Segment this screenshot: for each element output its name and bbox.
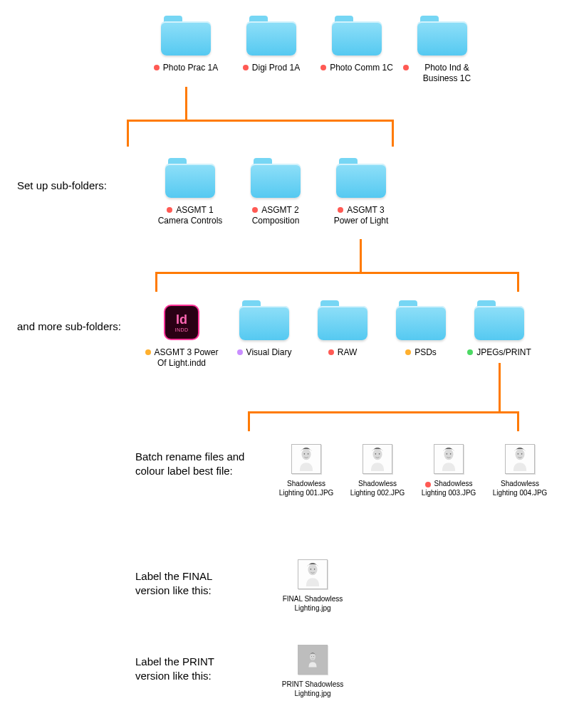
- folder-icon: [239, 299, 289, 340]
- folder-label: Digi Prod 1A: [252, 63, 300, 73]
- folder-asgmt-1[interactable]: ASGMT 1 Camera Controls: [151, 157, 229, 226]
- file-label-line2: Lighting 001.JPG: [274, 489, 338, 498]
- folder-digi-prod-1a[interactable]: Digi Prod 1A: [232, 14, 311, 73]
- indesign-icon: Id INDD: [164, 305, 199, 340]
- folder-label: Photo Comm 1C: [330, 63, 393, 73]
- file-final-jpg[interactable]: FINAL Shadowless Lighting.jpg: [273, 559, 352, 613]
- file-label-line2: Of Light.indd: [157, 358, 206, 368]
- file-jpg-002[interactable]: Shadowless Lighting 002.JPG: [345, 444, 410, 497]
- file-label-line2: Lighting.jpg: [273, 690, 352, 699]
- tag-dot: [252, 207, 258, 213]
- connector: [248, 411, 250, 431]
- folder-label: Photo Ind & Business 1C: [412, 63, 481, 84]
- file-label-line2: Lighting.jpg: [273, 604, 352, 613]
- tag-dot: [338, 207, 343, 213]
- folder-label-line1: ASGMT 3: [347, 205, 384, 216]
- folder-icon: [332, 14, 382, 56]
- file-print-jpg[interactable]: PRINT Shadowless Lighting.jpg: [273, 645, 352, 698]
- connector: [499, 363, 501, 413]
- folder-icon: [417, 14, 467, 56]
- folder-icon: [336, 157, 386, 198]
- file-label-line2: Lighting 002.JPG: [345, 489, 410, 498]
- tag-dot: [405, 349, 411, 355]
- folder-label: Photo Prac 1A: [163, 63, 218, 73]
- image-thumbnail: [291, 444, 321, 474]
- folder-icon: [161, 14, 211, 56]
- folder-visual-diary[interactable]: Visual Diary: [225, 299, 303, 358]
- tag-dot: [243, 65, 249, 70]
- connector: [155, 272, 518, 274]
- image-thumbnail: [505, 444, 535, 474]
- connector: [127, 120, 129, 147]
- tag-dot: [320, 65, 326, 70]
- image-thumbnail: [434, 444, 464, 474]
- image-thumbnail: [363, 444, 392, 474]
- file-label-line2: Lighting 004.JPG: [488, 489, 552, 498]
- file-jpg-001[interactable]: Shadowless Lighting 001.JPG: [274, 444, 338, 497]
- heading-batch-rename: Batch rename files and colour label best…: [135, 450, 249, 479]
- folder-icon: [251, 157, 301, 198]
- tag-dot: [403, 65, 409, 70]
- connector: [517, 411, 519, 431]
- folder-asgmt-3[interactable]: ASGMT 3 Power of Light: [322, 157, 400, 226]
- tag-dot: [167, 207, 172, 213]
- folder-label-line1: ASGMT 1: [176, 205, 213, 216]
- image-thumbnail: [298, 559, 328, 589]
- folder-photo-ind-business-1c[interactable]: Photo Ind & Business 1C: [403, 14, 481, 84]
- folder-label-line2: Power of Light: [334, 216, 389, 226]
- file-label-line1: Shadowless: [287, 480, 325, 489]
- file-label-line1: Shadowless: [501, 480, 539, 489]
- file-jpg-003[interactable]: Shadowless Lighting 003.JPG: [417, 444, 481, 497]
- tag-dot: [467, 349, 473, 355]
- file-label-line1: Shadowless: [358, 480, 397, 489]
- tag-dot: [237, 349, 243, 355]
- connector: [392, 120, 394, 147]
- tag-dot: [154, 65, 160, 70]
- folder-jpegs-print[interactable]: JPEGs/PRINT: [460, 299, 538, 358]
- folder-icon: [396, 299, 446, 340]
- folder-asgmt-2[interactable]: ASGMT 2 Composition: [236, 157, 315, 226]
- folder-icon: [318, 299, 367, 340]
- folder-label: JPEGs/PRINT: [476, 347, 531, 358]
- folder-label-line2: Composition: [252, 216, 300, 226]
- tag-dot: [328, 349, 334, 355]
- file-jpg-004[interactable]: Shadowless Lighting 004.JPG: [488, 444, 552, 497]
- folder-raw[interactable]: RAW: [303, 299, 382, 358]
- folder-label: Visual Diary: [246, 347, 292, 358]
- folder-icon: [246, 14, 296, 56]
- tag-dot: [425, 482, 431, 487]
- heading-more-sub-folders: and more sub-folders:: [17, 320, 121, 332]
- file-label-line2: Lighting 003.JPG: [417, 489, 481, 498]
- file-label-line1: PRINT Shadowless: [273, 680, 352, 690]
- heading-sub-folders: Set up sub-folders:: [17, 179, 107, 191]
- file-label-line1: FINAL Shadowless: [273, 595, 352, 604]
- connector: [185, 87, 187, 121]
- heading-print: Label the PRINT version like this:: [135, 655, 242, 684]
- file-label-line1: Shadowless: [434, 480, 473, 489]
- folder-icon: [474, 299, 524, 340]
- connector: [517, 272, 519, 292]
- tag-dot: [145, 349, 151, 355]
- connector: [127, 120, 393, 122]
- file-indd[interactable]: Id INDD ASGMT 3 Power Of Light.indd: [142, 305, 221, 368]
- folder-icon: [165, 157, 215, 198]
- image-thumbnail: [298, 645, 328, 675]
- connector: [248, 411, 518, 413]
- folder-label-line2: Camera Controls: [158, 216, 223, 226]
- folder-photo-prac-1a[interactable]: Photo Prac 1A: [147, 14, 225, 73]
- folder-photo-comm-1c[interactable]: Photo Comm 1C: [318, 14, 396, 73]
- folder-label: PSDs: [414, 347, 437, 358]
- folder-psds[interactable]: PSDs: [382, 299, 460, 358]
- connector: [360, 239, 362, 273]
- folder-label-line1: ASGMT 2: [261, 205, 298, 216]
- connector: [155, 272, 157, 292]
- file-label-line1: ASGMT 3 Power: [155, 347, 219, 358]
- folder-label: RAW: [338, 347, 358, 358]
- heading-final: Label the FINAL version like this:: [135, 569, 242, 598]
